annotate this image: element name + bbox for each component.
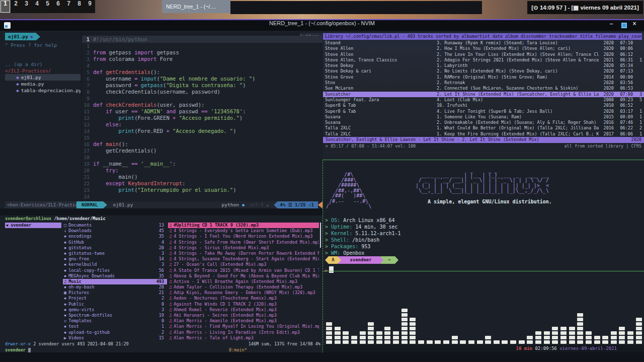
visualizer-block: [569, 340, 575, 344]
ranger-file-row[interactable]: ♫Aki Harunari - Seiren (Extended Mix).mp…: [168, 313, 319, 318]
ranger-directory-row[interactable]: ▪Public0: [63, 302, 167, 307]
cmus-track-row[interactable]: Suncatcher2. Let It Shine (Extended Mix)…: [323, 92, 644, 97]
ranger-file-row[interactable]: ♫Against The Winds CD 1 TRACK 2 (320).mp…: [168, 302, 319, 307]
cmus-track-row[interactable]: Steve Dekay & cari2. No Limits (Extended…: [323, 68, 644, 74]
close-button[interactable]: ×: [630, 20, 639, 31]
ranger-directory-row[interactable]: ♫Music493: [63, 279, 167, 284]
ranger-file-row[interactable]: ♫4 Strings - Sirius (Extended Mix).mp3: [168, 245, 319, 251]
workspace-button-3[interactable]: 3: [21, 0, 32, 13]
workspace-button-9[interactable]: 9: [85, 0, 95, 13]
nerdtree-root[interactable]: </ILI-Practices/: [5, 67, 80, 74]
editor-buffer[interactable]: 1#!/usr/bin/python12from getpass import …: [82, 36, 323, 200]
cmus-track-row[interactable]: Steve Allen, Trance Classics2. Adagio Fo…: [323, 57, 644, 63]
cmus-track-row[interactable]: Talla 2XLC1. What Could Be Better (Origi…: [323, 125, 644, 131]
nerdtree-file-item[interactable]: ◆ej01.py: [5, 74, 80, 81]
system-info-line: > Kernel: 5.11.12-arch1-1: [325, 230, 401, 237]
cmus-track-row[interactable]: Steve Allen2. How I Miss You (Extended M…: [323, 46, 644, 51]
ranger-directory-row[interactable]: ▪kernelbuild3: [63, 262, 167, 267]
ranger-file-row[interactable]: ♫Alan Morris - Tale of Light.mp3: [168, 335, 319, 341]
visualizer-block: [410, 336, 416, 339]
ranger-file-row[interactable]: ♫4 Strings - I Feel You (Nord Horizon Ex…: [168, 234, 319, 239]
ranger-file-row[interactable]: ♫Adam Taylor - Collision Therapy (Extend…: [168, 284, 319, 290]
visualizer-bar: [368, 321, 374, 344]
ranger-file-row[interactable]: ♫#Uplifting CD 1 TRACK 9 (320).mp3: [168, 223, 319, 228]
workspace-button-4[interactable]: 4: [32, 0, 42, 13]
ranger-directory-row[interactable]: ▪local-copy-files56: [63, 268, 167, 273]
shell-prompt[interactable]: Λ svendeer ~: [325, 256, 398, 264]
ranger-file-row[interactable]: ♫Above & Beyond - Good For Me (Above & B…: [168, 273, 319, 279]
nerdtree-file-item[interactable]: ◆media.py: [5, 81, 80, 87]
visualizer-bar: [435, 339, 441, 344]
ranger-directory-row[interactable]: ▪MEGAsync Downloads35: [63, 273, 167, 279]
ranger-directory-row[interactable]: ↓Downloads45: [63, 228, 167, 234]
ranger-directory-row[interactable]: ▪gnu-free14: [63, 256, 167, 262]
ranger-directory-row[interactable]: ▪encodings35: [63, 234, 167, 239]
cmus-track-row[interactable]: Stnx2. Retronak202003:56: [323, 80, 644, 86]
maximize-button[interactable]: [621, 23, 627, 28]
cmus-track-row[interactable]: Steve Allen2. The Love In Your Lies (Ext…: [323, 52, 644, 57]
visualizer-block: [527, 340, 533, 344]
cmus-track-row[interactable]: Steand3. Runaway (Ryan K remix) (Steand;…: [323, 40, 644, 46]
minimize-button[interactable]: –: [607, 20, 616, 31]
ranger-directory-row[interactable]: ▪gitstatus20: [63, 245, 167, 251]
workspace-button-6[interactable]: 6: [53, 0, 63, 13]
ranger-directory-row[interactable]: ▪gitstatus-twee3: [63, 251, 167, 256]
ranger-directory-row[interactable]: ▪oh-my-bash20: [63, 284, 167, 290]
ranger-file-row[interactable]: ♫Alan Morris - Amanilo (Extended Mix).mp…: [168, 318, 319, 324]
workspace-button-2[interactable]: 2: [11, 0, 21, 13]
nerdtree-up-dir[interactable]: .. (up a dir): [5, 61, 80, 67]
workspace-button-1[interactable]: 1: [0, 0, 11, 13]
cmus-track-row[interactable]: Sue McLaren2. Connected (Sue McLaren, Su…: [323, 86, 644, 91]
nerdtree-file-list: ◆ej01.py◆media.py◆tabla-depreciacion.py: [5, 74, 80, 94]
cmus-player: Library ~/.config/cmus/lib.pl - 403 trac…: [323, 32, 644, 160]
ranger-file-row[interactable]: ♫A State Of Trance 2015 (Mixed by Armin …: [168, 268, 319, 273]
workspace-pager[interactable]: 123456789: [0, 0, 95, 13]
visualizer-block: [569, 331, 575, 335]
ranger-directory-row[interactable]: ▣Pictures21: [63, 290, 167, 296]
workspace-button-7[interactable]: 7: [63, 0, 74, 13]
music-note-icon: ♫: [169, 318, 172, 324]
ranger-directory-row[interactable]: ▪test1: [63, 324, 167, 329]
ranger-file-row[interactable]: ♫4 Strings - Everybody's Gotta Learn Som…: [168, 228, 319, 234]
workspace-button-8[interactable]: 8: [74, 0, 85, 13]
ranger-directory-row[interactable]: ▪GitHub4: [63, 240, 167, 245]
ranger-directory-row[interactable]: □Documents13: [63, 223, 167, 228]
ranger-file-row[interactable]: ♫Ahmed Romel - Reverie (Extended Mix).mp…: [168, 307, 319, 313]
nerdtree-file-item[interactable]: ◆tabla-depreciacion.py: [5, 87, 80, 94]
ranger-file-row[interactable]: ♫Activa - I Will Breathe Again (Extended…: [168, 279, 319, 284]
ranger-file-row[interactable]: ♫Aeden - Nocturnes (Touchstone Remix).mp…: [168, 296, 319, 301]
shell-input-line[interactable]: ▶: [325, 266, 334, 273]
ranger-directory-row[interactable]: ▪Spectrum-dotfiles19: [63, 313, 167, 318]
ranger-directory-row[interactable]: ▪qemu-virts3: [63, 307, 167, 313]
ranger-file-row[interactable]: ♫Adip Kiyoi, Roxanne Emery - Embers (NRG…: [168, 290, 319, 296]
visualizer-block: [577, 327, 583, 330]
visualizer-block: [326, 336, 332, 339]
cmus-track-row[interactable]: Susana2. Unbreakable (Extended Mix) (Sus…: [323, 120, 644, 125]
taskbar-window-tab[interactable]: NERD_tree_1 - (~/....: [162, 0, 230, 13]
ranger-directory-row[interactable]: ▪upload-to-github2: [63, 330, 167, 335]
window-titlebar[interactable]: NERD_tree_1 - (~/.config/openbox) - NVIM…: [0, 20, 644, 31]
cmus-track-row[interactable]: Talla 2XLC1. Keep the Fire Burning (Exte…: [323, 131, 644, 137]
ranger-file-row[interactable]: ♫4 Strings, Susanne Teutenberg - Start A…: [168, 256, 319, 262]
ranger-directory-row[interactable]: ▫Templates0: [63, 318, 167, 324]
cmus-track-row[interactable]: Stine Grove1. RAMore (Original Mix) (Sti…: [323, 75, 644, 80]
ranger-file-row[interactable]: ♫4 Strings - Safe From Harm (Omar Sherif…: [168, 240, 319, 245]
ranger-scrollbar[interactable]: [320, 223, 321, 248]
ranger-file-row[interactable]: ♫27 - Ocean's Call (Extended Mix).mp3: [168, 262, 319, 267]
ranger-file-row[interactable]: ♫4 Strings - Take Me Away (Darren Porter…: [168, 251, 319, 256]
ranger-file-row[interactable]: ♫Alan Morris - Living In Paradise (Intro…: [168, 330, 319, 335]
cmus-track-row[interactable]: Super8 & Tab10. Irufushi201006:52: [323, 103, 644, 108]
ranger-directory-row[interactable]: ▶Videos15: [63, 335, 167, 341]
cmus-track-row[interactable]: Super8 & Tab4. Live For Tonight (Super8 …: [323, 109, 644, 114]
workspace-button-5[interactable]: 5: [42, 0, 53, 13]
cmus-track-row[interactable]: Susana1. Someone Like You (Susana; Ram)2…: [323, 114, 644, 120]
ranger-directory-row[interactable]: ▪Project2: [63, 296, 167, 301]
cmus-track-row[interactable]: Steve Dekay1. Labyrinth202005:34: [323, 63, 644, 68]
visualizer-block: [627, 331, 633, 335]
pane-border-vertical: [323, 160, 323, 353]
buffer-tab-ej01[interactable]: ej01.py◆: [5, 33, 40, 40]
code-line: 23 print("Interrumpido por el usuario."): [82, 187, 323, 193]
ranger-file-row[interactable]: ♫Alan Morris - Find Myself In Losing You…: [168, 324, 319, 329]
cmus-track-row[interactable]: Sunlounger feat. Zara4. Lost (Club Mix)2…: [323, 97, 644, 103]
ranger-parent-item[interactable]: ▪svendeer: [5, 223, 61, 228]
